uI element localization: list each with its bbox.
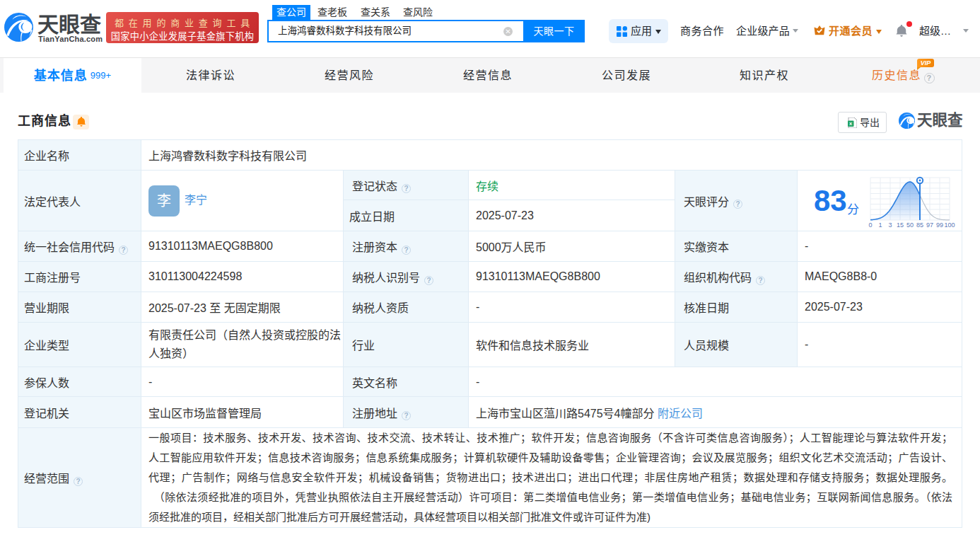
svg-text:15: 15 bbox=[897, 221, 904, 229]
svg-text:1: 1 bbox=[878, 221, 882, 229]
svg-text:50: 50 bbox=[906, 221, 914, 229]
svg-text:99: 99 bbox=[936, 221, 943, 229]
svg-text:97: 97 bbox=[926, 221, 933, 229]
svg-text:0: 0 bbox=[868, 221, 872, 229]
svg-text:100: 100 bbox=[944, 221, 955, 229]
svg-text:85: 85 bbox=[916, 221, 923, 229]
svg-text:3: 3 bbox=[888, 221, 892, 229]
